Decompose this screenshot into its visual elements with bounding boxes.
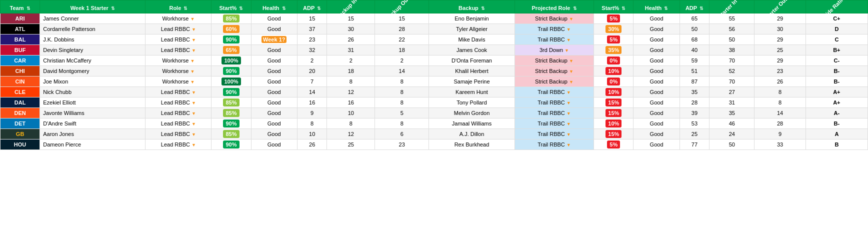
role-dropdown-arrow[interactable]: ▼ <box>192 90 196 95</box>
proj-role-cell: Strict Backup ▼ <box>514 14 594 24</box>
week1-starter-header[interactable]: Week 1 Starter ⇅ <box>40 0 146 14</box>
backup-in-cell: 8 <box>327 118 375 129</box>
health-cell: Week 1? <box>251 34 297 45</box>
proj-role-dropdown-arrow[interactable]: ▼ <box>566 27 571 32</box>
role-dropdown-arrow[interactable]: ▼ <box>192 142 196 148</box>
backup-in-header[interactable]: Backup In ⇅ <box>327 0 375 14</box>
backup-in-cell: 10 <box>327 108 375 118</box>
role-sort-icon[interactable]: ⇅ <box>184 6 188 11</box>
role-dropdown-arrow[interactable]: ▼ <box>190 16 194 22</box>
proj-health-cell: Good <box>634 140 680 150</box>
backup-name: Melvin Gordon <box>429 108 515 118</box>
starter-name: Aaron Jones <box>40 129 146 140</box>
team-cell: DET <box>0 118 40 129</box>
upside-header[interactable]: Upside Rating ⇅ <box>806 0 868 14</box>
role-dropdown-arrow[interactable]: ▼ <box>192 122 196 126</box>
proj-start-badge: 10% <box>606 120 622 128</box>
team-header[interactable]: Team ⇅ <box>0 0 40 14</box>
proj-role-dropdown-arrow[interactable]: ▼ <box>566 132 571 137</box>
proj-role-dropdown-arrow[interactable]: ▼ <box>566 111 571 116</box>
start-pct-cell: 60% <box>212 24 251 34</box>
role-header[interactable]: Role ⇅ <box>146 0 212 14</box>
proj-role-dropdown-arrow[interactable]: ▼ <box>564 48 569 53</box>
role-dropdown-arrow[interactable]: ▼ <box>192 38 196 42</box>
start-pct-cell: 90% <box>212 66 251 76</box>
backup-out-cell: 18 <box>375 45 429 56</box>
week1-sort-icon[interactable]: ⇅ <box>111 6 115 11</box>
proj-role-cell: Strict Backup ▼ <box>514 56 594 66</box>
proj-start-sort-icon[interactable]: ⇅ <box>622 6 626 11</box>
proj-role-cell: Trail RBBC ▼ <box>514 118 594 129</box>
starter-in-sort-icon[interactable]: ⇅ <box>736 0 743 0</box>
proj-role-dropdown-arrow[interactable]: ▼ <box>569 80 574 84</box>
upside-cell: C- <box>806 56 868 66</box>
proj-role-sort-icon[interactable]: ⇅ <box>573 6 577 11</box>
backup-name: Khalil Herbert <box>429 66 515 76</box>
proj-role-dropdown-arrow[interactable]: ▼ <box>566 122 571 126</box>
proj-role-dropdown-arrow[interactable]: ▼ <box>569 58 574 64</box>
adp-cell: 23 <box>297 34 326 45</box>
start-pct-sort-icon[interactable]: ⇅ <box>239 6 243 11</box>
role-dropdown-arrow[interactable]: ▼ <box>192 111 196 116</box>
adp-header[interactable]: ADP ⇅ <box>297 0 326 14</box>
health-sort-icon[interactable]: ⇅ <box>282 6 286 11</box>
proj-start-cell: 0% <box>594 56 634 66</box>
proj-start-cell: 5% <box>594 34 634 45</box>
backup-name: D'Onta Foreman <box>429 56 515 66</box>
proj-adp-header[interactable]: ADP ⇅ <box>680 0 709 14</box>
proj-adp-sort-icon[interactable]: ⇅ <box>700 6 704 11</box>
proj-adp-cell: 35 <box>680 87 709 98</box>
role-dropdown-arrow[interactable]: ▼ <box>190 80 194 84</box>
starter-in-header[interactable]: Starter In ⇅ <box>710 0 754 14</box>
proj-role-dropdown-arrow[interactable]: ▼ <box>566 142 571 148</box>
health-cell: Good <box>251 24 297 34</box>
backup-out-cell: 8 <box>375 87 429 98</box>
role-cell: Lead RBBC ▼ <box>146 24 212 34</box>
role-dropdown-arrow[interactable]: ▼ <box>192 48 196 53</box>
fantasy-football-table: Team ⇅ Week 1 Starter ⇅ Role ⇅ Start% ⇅ … <box>0 0 868 150</box>
adp-cell: 9 <box>297 108 326 118</box>
proj-start-badge: 10% <box>606 67 622 75</box>
starter-in-cell: 70 <box>710 76 754 87</box>
role-dropdown-arrow[interactable]: ▼ <box>190 58 194 64</box>
proj-role-dropdown-arrow[interactable]: ▼ <box>569 16 574 22</box>
backup-in-cell: 8 <box>327 76 375 87</box>
proj-role-cell: Trail RBBC ▼ <box>514 24 594 34</box>
starter-out-cell: 8 <box>754 98 806 108</box>
upside-cell: A- <box>806 108 868 118</box>
backup-sort-icon[interactable]: ⇅ <box>481 6 485 11</box>
proj-start-header[interactable]: Start% ⇅ <box>594 0 634 14</box>
proj-health-header[interactable]: Health ⇅ <box>634 0 680 14</box>
start-pct-header[interactable]: Start% ⇅ <box>212 0 251 14</box>
upside-cell: A <box>806 129 868 140</box>
backup-in-cell: 12 <box>327 87 375 98</box>
proj-role-dropdown-arrow[interactable]: ▼ <box>566 38 571 42</box>
proj-role-dropdown-arrow[interactable]: ▼ <box>566 100 571 106</box>
backup-header[interactable]: Backup ⇅ <box>429 0 515 14</box>
role-dropdown-arrow[interactable]: ▼ <box>192 132 196 137</box>
role-dropdown-arrow[interactable]: ▼ <box>192 100 196 106</box>
proj-adp-cell: 59 <box>680 56 709 66</box>
proj-start-cell: 15% <box>594 98 634 108</box>
backup-name: Tony Pollard <box>429 98 515 108</box>
health-cell: Good <box>251 87 297 98</box>
start-pct-badge: 85% <box>223 109 239 117</box>
team-cell: HOU <box>0 140 40 150</box>
team-sort-icon[interactable]: ⇅ <box>26 6 30 11</box>
proj-role-cell: Trail RBBC ▼ <box>514 108 594 118</box>
role-dropdown-arrow[interactable]: ▼ <box>192 27 196 32</box>
backup-out-header[interactable]: Backup Out ⇅ <box>375 0 429 14</box>
backup-in-cell: 18 <box>327 66 375 76</box>
projected-role-header[interactable]: Projected Role ⇅ <box>514 0 594 14</box>
team-cell: BUF <box>0 45 40 56</box>
backup-out-cell: 8 <box>375 118 429 129</box>
starter-out-header[interactable]: Starter Out ⇅ <box>754 0 806 14</box>
proj-role-dropdown-arrow[interactable]: ▼ <box>569 69 574 74</box>
proj-role-dropdown-arrow[interactable]: ▼ <box>566 90 571 95</box>
health-header[interactable]: Health ⇅ <box>251 0 297 14</box>
proj-start-cell: 5% <box>594 14 634 24</box>
adp-sort-icon[interactable]: ⇅ <box>317 6 321 11</box>
role-dropdown-arrow[interactable]: ▼ <box>190 69 194 74</box>
role-cell: Lead RBBC ▼ <box>146 140 212 150</box>
proj-health-sort-icon[interactable]: ⇅ <box>664 6 668 11</box>
